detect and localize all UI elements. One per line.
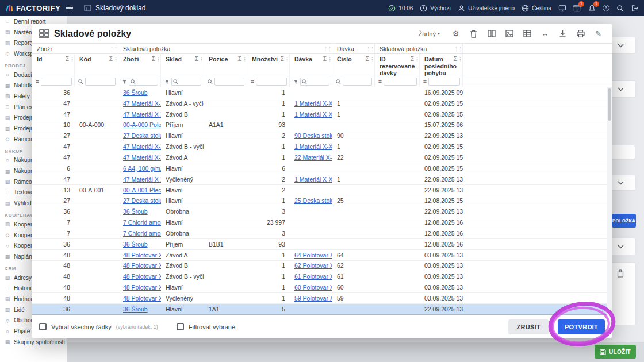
item-button[interactable]: POLOŽKA <box>612 214 636 228</box>
filter-input[interactable] <box>85 78 116 86</box>
table-row[interactable]: 3636 ŠroubHlavní116.09.2025 09:5... <box>32 87 612 98</box>
column-group-header[interactable]: Dávka⋮⋮ <box>332 44 375 53</box>
product-link[interactable]: 48 Polotovar X-X <box>123 284 161 291</box>
settings-icon[interactable]: ⚙ <box>449 28 462 40</box>
cancel-button[interactable]: ZRUŠIT <box>508 319 549 334</box>
table-row[interactable]: 3636 ŠroubPříjemB1B19312.08.2025 16:5... <box>32 239 612 250</box>
sum-sigma-icon[interactable]: Σ <box>238 56 241 63</box>
table-row[interactable]: 1000-A-00000-A-000 Poloto...PříjemA1A193… <box>32 120 612 131</box>
table-row[interactable]: 4747 Materiál X-XZávod B11 Materiál X-X1… <box>32 109 612 120</box>
column-header[interactable]: KódΣ⋮ <box>75 54 118 76</box>
equals-operator-icon[interactable]: = <box>36 79 39 85</box>
equals-operator-icon[interactable]: = <box>423 79 427 85</box>
language-switcher[interactable]: Čeština <box>521 4 551 13</box>
drag-handle-icon[interactable]: ⋮⋮ <box>109 46 117 52</box>
sum-sigma-icon[interactable]: Σ <box>109 56 113 63</box>
column-header[interactable]: IdΣ⋮ <box>32 54 75 76</box>
table-row[interactable]: 4848 Polotovar X-XZávod A164 Polotovar X… <box>32 250 612 261</box>
select-all-checkbox[interactable] <box>39 323 47 330</box>
funnel-icon[interactable] <box>293 79 298 84</box>
split-columns-icon[interactable] <box>485 28 498 40</box>
clipboard-icon[interactable] <box>617 269 624 279</box>
batch-link[interactable]: 61 Polotovar X-X <box>294 273 332 280</box>
sum-sigma-icon[interactable]: Σ <box>411 56 414 63</box>
chevron-down-icon[interactable] <box>618 179 624 186</box>
table-row[interactable]: 4848 Polotovar X-XVyčleněný159 Polotovar… <box>32 293 612 304</box>
product-link[interactable]: 36 Šroub <box>123 89 148 96</box>
batch-link[interactable]: 64 Polotovar X-X <box>294 252 332 259</box>
batch-link[interactable]: 59 Polotovar X-X <box>294 295 332 302</box>
table-row[interactable]: 4747 Materiál X-XZávod A - vyčlen...11 M… <box>32 98 612 109</box>
table-row[interactable]: 66 A4, 100 g/m2,...Hlavní608.08.2025 15:… <box>32 163 612 174</box>
sum-sigma-icon[interactable]: Σ <box>195 56 198 63</box>
table-row[interactable]: 4747 Materiál X-XZávod A122 Materiál X-X… <box>32 152 612 163</box>
product-link[interactable]: 00-A-000 Poloto... <box>123 121 161 128</box>
product-link[interactable]: 27 Deska stolu <box>123 197 161 204</box>
product-link[interactable]: 36 Šroub <box>123 306 148 313</box>
batch-link[interactable]: 25 Deska stolu <box>294 197 332 204</box>
column-header[interactable]: MnožstvíΣ⋮ <box>247 54 290 76</box>
product-link[interactable]: 48 Polotovar X-X <box>123 295 161 302</box>
sum-sigma-icon[interactable]: Σ <box>323 56 327 63</box>
search-button[interactable] <box>616 4 624 13</box>
download-icon[interactable] <box>556 28 569 40</box>
batch-link[interactable]: 90 Deska stolu <box>294 132 332 139</box>
batch-link[interactable]: 60 Polotovar X-X <box>294 284 332 291</box>
product-link[interactable]: 48 Polotovar X-X <box>123 252 161 259</box>
logout-button[interactable] <box>631 4 639 13</box>
column-resize-handle[interactable]: ⋮ <box>242 56 246 63</box>
product-link[interactable]: 7 Chlorid amonný <box>123 219 161 226</box>
product-link[interactable]: 47 Materiál X-X <box>123 176 161 183</box>
column-group-header[interactable]: Skladová položka⋮⋮ <box>118 44 332 53</box>
drag-handle-icon[interactable]: ⋮⋮ <box>454 46 462 52</box>
column-header[interactable]: SkladΣ⋮ <box>161 54 204 76</box>
filter-input[interactable] <box>428 78 460 86</box>
batch-link[interactable]: 1 Materiál X-X <box>294 100 332 107</box>
column-resize-handle[interactable]: ⋮ <box>156 56 160 63</box>
product-link[interactable]: 48 Polotovar X-X <box>123 262 161 269</box>
equals-operator-icon[interactable]: = <box>378 79 382 85</box>
batch-link[interactable]: 62 Polotovar X-X <box>294 262 332 269</box>
sidebar-item[interactable]: ▦Skupiny společností <box>0 337 67 348</box>
preset-select[interactable]: Žádný ▾ <box>418 30 440 37</box>
table-row[interactable]: 4848 Polotovar X-XZávod B162 Polotovar X… <box>32 261 612 272</box>
product-link[interactable]: 27 Deska stolu <box>123 132 161 139</box>
menu-toggle-icon[interactable] <box>66 6 73 11</box>
table-row[interactable]: 1300-A-00100-A-001 PlechHlavní222.09.202… <box>32 185 612 196</box>
sum-sigma-icon[interactable]: Σ <box>66 56 69 63</box>
product-link[interactable]: 48 Polotovar X-X <box>123 273 161 280</box>
delete-icon[interactable] <box>467 28 480 40</box>
product-link[interactable]: 7 Chlorid amonný <box>123 230 161 237</box>
logo[interactable]: FACTORIFY <box>5 4 60 13</box>
column-header[interactable]: ID rezervované dávkyΣ⋮ <box>375 54 420 76</box>
chevron-down-icon[interactable] <box>618 243 624 250</box>
table-row[interactable]: 4848 Polotovar X-XZávod B - vyčlen...161… <box>32 271 612 282</box>
column-header[interactable]: DávkaΣ⋮ <box>290 54 332 76</box>
product-link[interactable]: 36 Šroub <box>123 208 148 215</box>
filter-input[interactable] <box>343 78 372 86</box>
chevron-down-icon[interactable] <box>618 86 624 93</box>
column-header[interactable]: Datum posledního pohybuΣ⋮ <box>420 54 463 76</box>
sum-sigma-icon[interactable]: Σ <box>281 56 284 63</box>
table-row[interactable]: 3636 ŠroubObrobna322.09.2025 13:5... <box>32 206 612 217</box>
filter-input[interactable] <box>179 78 200 85</box>
export-image-icon[interactable] <box>503 28 516 40</box>
save-button[interactable]: ULOŽIT <box>595 345 636 359</box>
filter-input[interactable] <box>137 78 156 85</box>
equals-operator-icon[interactable]: = <box>251 79 254 85</box>
column-header[interactable]: PoziceΣ⋮ <box>204 54 247 76</box>
product-link[interactable]: 00-A-001 Plech <box>123 187 161 194</box>
table-row[interactable]: 77 Chlorid amonnýHlavní23 99712.08.2025 … <box>32 217 612 228</box>
drag-handle-icon[interactable]: ⋮⋮ <box>366 46 374 52</box>
display-button[interactable] <box>558 4 566 13</box>
column-resize-handle[interactable]: ⋮ <box>327 56 331 63</box>
table-row[interactable]: 4848 Polotovar X-XHlavní160 Polotovar X-… <box>32 282 612 293</box>
column-header[interactable]: ZbožíΣ⋮ <box>118 54 161 76</box>
vertical-scrollbar[interactable] <box>607 87 612 315</box>
filter-input[interactable] <box>256 78 287 86</box>
batch-link[interactable]: 1 Materiál X-X <box>294 176 332 183</box>
column-resize-handle[interactable]: ⋮ <box>415 56 419 63</box>
filter-selected-checkbox[interactable] <box>177 323 184 330</box>
sum-sigma-icon[interactable]: Σ <box>366 56 369 63</box>
chevron-down-icon[interactable] <box>618 42 624 49</box>
